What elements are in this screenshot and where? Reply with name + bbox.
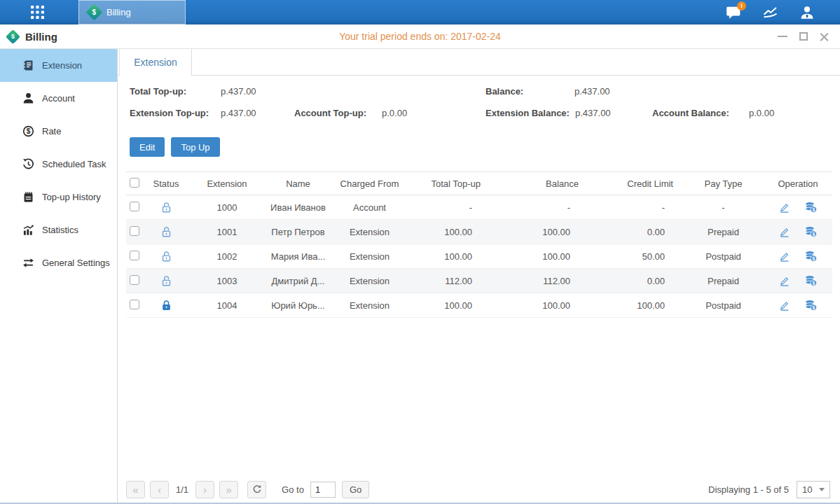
table-row: 1002 Мария Ива... Extension 100.00 100.0… bbox=[126, 244, 832, 269]
prev-page-button[interactable]: ‹ bbox=[150, 481, 169, 498]
next-page-button[interactable]: › bbox=[195, 481, 214, 498]
app-launcher-button[interactable] bbox=[21, 0, 53, 24]
tab-bar: Extension bbox=[118, 49, 840, 76]
edit-icon[interactable] bbox=[778, 300, 790, 312]
column-header-pay-type: Pay Type bbox=[683, 172, 764, 195]
pay-type: Postpaid bbox=[683, 293, 764, 318]
first-page-button[interactable]: « bbox=[126, 481, 145, 498]
table-header-row: Status Extension Name Charged From Total… bbox=[126, 172, 832, 195]
charged-from: Extension bbox=[331, 269, 408, 293]
displaying-text: Displaying 1 - 5 of 5 bbox=[708, 484, 789, 495]
balance: 100.00 bbox=[490, 244, 588, 269]
line-chart-icon bbox=[762, 6, 778, 19]
column-header-credit-limit: Credit Limit bbox=[588, 172, 683, 195]
goto-label: Go to bbox=[282, 484, 304, 495]
refresh-button[interactable] bbox=[247, 481, 266, 498]
extension-topup-label: Extension Top-up: bbox=[130, 108, 221, 118]
sidebar-item-topup-history[interactable]: Top-up History bbox=[0, 181, 117, 214]
user-menu-button[interactable] bbox=[799, 6, 815, 20]
extension-balance-label: Extension Balance: bbox=[486, 108, 575, 118]
user-icon bbox=[799, 6, 815, 20]
transfer-arrows-icon bbox=[22, 257, 34, 269]
unlocked-icon bbox=[160, 226, 172, 238]
refresh-icon bbox=[252, 484, 262, 494]
go-button[interactable]: Go bbox=[342, 481, 369, 498]
sidebar-item-label: Extension bbox=[42, 60, 82, 71]
ledger-icon bbox=[22, 59, 34, 71]
sidebar-item-account[interactable]: Account bbox=[0, 82, 117, 115]
extension-number: 1002 bbox=[189, 244, 265, 269]
window-title: Billing bbox=[25, 31, 57, 43]
sidebar-item-general-settings[interactable]: General Settings bbox=[0, 246, 117, 279]
edit-icon[interactable] bbox=[778, 251, 790, 262]
main-content: Extension Total Top-up: p.437.00 Extensi… bbox=[118, 49, 840, 504]
pagination-bar: « ‹ 1/1 › » Go to Go Displaying 1 - 5 of… bbox=[126, 480, 830, 498]
statistics-button[interactable] bbox=[762, 6, 778, 19]
column-header-operation: Operation bbox=[764, 172, 832, 195]
person-icon bbox=[22, 92, 34, 104]
column-header-charged-from: Charged From bbox=[331, 172, 408, 195]
column-header-status: Status bbox=[143, 172, 189, 195]
sidebar-item-scheduled-task[interactable]: Scheduled Task bbox=[0, 148, 117, 181]
topup-coins-icon[interactable] bbox=[804, 250, 818, 262]
last-page-button[interactable]: » bbox=[219, 481, 238, 498]
page-size-select[interactable]: 10 bbox=[797, 481, 830, 498]
extension-topup-value: p.437.00 bbox=[221, 108, 294, 118]
edit-icon[interactable] bbox=[778, 226, 790, 238]
sidebar-item-statistics[interactable]: Statistics bbox=[0, 214, 117, 246]
sidebar-item-extension[interactable]: Extension bbox=[0, 49, 117, 82]
total-topup: 100.00 bbox=[408, 244, 490, 269]
minimize-icon[interactable] bbox=[778, 36, 787, 37]
extension-name: Петр Петров bbox=[265, 220, 331, 244]
notification-badge: ! bbox=[737, 1, 746, 10]
page-indicator: 1/1 bbox=[176, 484, 188, 495]
sidebar-item-label: Rate bbox=[42, 126, 61, 136]
extension-name: Дмитрий Д... bbox=[265, 269, 331, 293]
pay-type: Prepaid bbox=[683, 220, 764, 244]
total-topup: 112.00 bbox=[408, 269, 490, 293]
dollar-circle-icon bbox=[22, 125, 34, 137]
billing-window-icon: $ bbox=[6, 29, 20, 43]
top-up-button[interactable]: Top Up bbox=[171, 137, 219, 157]
table-row: 1004 Юрий Юрь... Extension 100.00 100.00… bbox=[126, 293, 832, 318]
close-icon[interactable] bbox=[820, 32, 829, 41]
sidebar-item-label: Top-up History bbox=[42, 192, 101, 202]
account-topup-value: p.0.00 bbox=[382, 108, 407, 118]
row-checkbox[interactable] bbox=[130, 275, 139, 285]
total-topup: 100.00 bbox=[408, 220, 490, 244]
row-checkbox[interactable] bbox=[130, 251, 139, 260]
edit-icon[interactable] bbox=[778, 202, 790, 214]
topup-coins-icon[interactable] bbox=[804, 274, 818, 287]
extension-name: Иван Иванов bbox=[265, 195, 331, 220]
table-row: 1000 Иван Иванов Account - - - - bbox=[126, 195, 832, 220]
topup-coins-icon[interactable] bbox=[804, 201, 818, 214]
topup-coins-icon[interactable] bbox=[804, 299, 818, 312]
goto-page-input[interactable] bbox=[310, 482, 336, 498]
column-header-balance: Balance bbox=[490, 172, 588, 195]
row-checkbox[interactable] bbox=[130, 300, 139, 309]
edit-button[interactable]: Edit bbox=[130, 137, 165, 157]
maximize-icon[interactable] bbox=[799, 32, 808, 41]
credit-limit: 0.00 bbox=[588, 220, 683, 244]
sidebar-item-rate[interactable]: Rate bbox=[0, 115, 117, 148]
messages-button[interactable]: ! bbox=[726, 6, 741, 20]
taskbar-billing-tab[interactable]: $ Billing bbox=[78, 0, 186, 24]
total-topup: - bbox=[408, 195, 490, 220]
column-header-total-topup: Total Top-up bbox=[408, 172, 490, 195]
edit-icon[interactable] bbox=[778, 275, 790, 287]
summary-panel: Total Top-up: p.437.00 Extension Top-up:… bbox=[118, 76, 840, 124]
tab-extension[interactable]: Extension bbox=[119, 49, 192, 76]
total-topup-value: p.437.00 bbox=[221, 86, 256, 97]
credit-limit: 50.00 bbox=[588, 244, 683, 269]
notepad-icon bbox=[22, 191, 34, 203]
total-topup-label: Total Top-up: bbox=[130, 86, 221, 97]
row-checkbox[interactable] bbox=[130, 202, 139, 211]
credit-limit: - bbox=[588, 195, 683, 220]
select-all-checkbox[interactable] bbox=[130, 178, 139, 188]
apps-grid-icon bbox=[31, 6, 44, 19]
extension-name: Мария Ива... bbox=[265, 244, 331, 269]
pay-type: Prepaid bbox=[683, 269, 764, 293]
topup-coins-icon[interactable] bbox=[804, 225, 818, 238]
column-header-name: Name bbox=[265, 172, 331, 195]
row-checkbox[interactable] bbox=[130, 226, 139, 236]
